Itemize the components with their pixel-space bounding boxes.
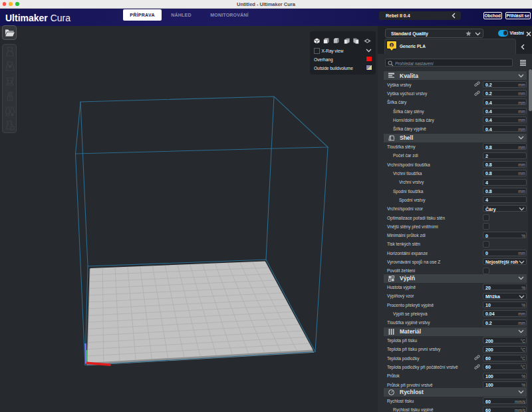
svg-text:0: 0: [391, 43, 393, 47]
